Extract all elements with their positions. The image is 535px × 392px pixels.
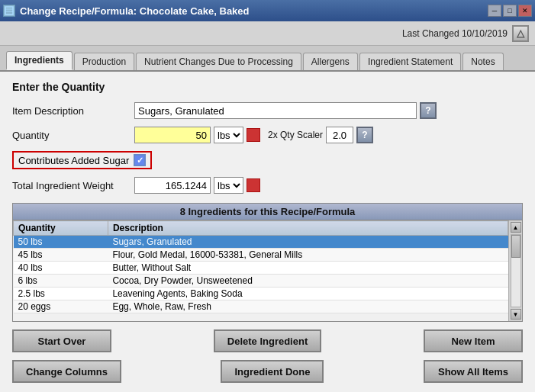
tab-nutrient-changes[interactable]: Nutrient Changes Due to Processing <box>136 53 301 70</box>
item-desc-help-button[interactable]: ? <box>420 102 437 119</box>
window-title: Change Recipe/Formula: Chocolate Cake, B… <box>20 5 250 17</box>
alert-button[interactable]: △ <box>512 25 529 42</box>
row-description: Sugars, Granulated <box>108 236 508 249</box>
item-desc-row: Item Description ? <box>12 102 523 119</box>
row-description: Cocoa, Dry Powder, Unsweetened <box>108 275 508 288</box>
total-weight-unit-select[interactable]: lbs kg oz g <box>214 177 243 194</box>
minimize-button[interactable]: ─ <box>488 5 501 17</box>
total-weight-delete-button[interactable] <box>247 178 260 192</box>
buttons-row-1: Start Over Delete Ingredient New Item <box>12 329 523 352</box>
row-quantity: 45 lbs <box>14 249 108 262</box>
ingredients-table: Quantity Description 50 lbsSugars, Granu… <box>13 220 508 321</box>
ingredients-section: 8 Ingredients for this Recipe/Formula Qu… <box>12 203 523 322</box>
total-weight-row: Total Ingredient Weight lbs kg oz g <box>12 177 523 194</box>
tabs-bar: Ingredients Production Nutrient Changes … <box>0 46 535 72</box>
table-row[interactable]: 40 lbsButter, Without Salt <box>14 262 508 275</box>
tab-ingredient-statement[interactable]: Ingredient Statement <box>359 53 461 70</box>
scroll-up-button[interactable]: ▲ <box>511 222 521 233</box>
show-all-items-button[interactable]: Show All Items <box>424 360 523 383</box>
contributes-label: Contributes Added Sugar <box>18 155 129 166</box>
quantity-unit-select[interactable]: lbs kg oz g <box>214 127 243 143</box>
scaler-label: 2x Qty Scaler <box>268 130 323 140</box>
table-row[interactable]: 6 lbsCocoa, Dry Powder, Unsweetened <box>14 275 508 288</box>
last-changed-label: Last Changed 10/10/2019 <box>402 28 508 39</box>
maximize-button[interactable]: □ <box>503 5 517 17</box>
row-quantity: 2.5 lbs <box>14 288 108 300</box>
ingredient-done-button[interactable]: Ingredient Done <box>221 360 324 383</box>
row-quantity: 50 lbs <box>14 236 108 249</box>
contributes-row: Contributes Added Sugar <box>12 151 152 169</box>
quantity-label: Quantity <box>12 130 134 141</box>
total-weight-input[interactable] <box>134 177 211 194</box>
col-quantity: Quantity <box>14 221 108 236</box>
scroll-track[interactable] <box>511 234 521 307</box>
table-row[interactable]: 45 lbsFlour, Gold Medal, 16000-53381, Ge… <box>14 249 508 262</box>
title-bar-left: Change Recipe/Formula: Chocolate Cake, B… <box>3 5 250 17</box>
header-row: Last Changed 10/10/2019 △ <box>0 21 535 46</box>
row-quantity: 20 eggs <box>14 300 108 313</box>
section-title: Enter the Quantity <box>12 81 523 93</box>
quantity-row: Quantity lbs kg oz g 2x Qty Scaler ? <box>12 127 523 143</box>
app-icon <box>3 5 15 17</box>
svg-rect-0 <box>5 7 13 14</box>
change-columns-button[interactable]: Change Columns <box>12 360 121 383</box>
col-description: Description <box>108 221 508 236</box>
title-bar: Change Recipe/Formula: Chocolate Cake, B… <box>0 0 535 21</box>
item-desc-label: Item Description <box>12 105 134 117</box>
tab-notes[interactable]: Notes <box>462 53 503 70</box>
delete-ingredient-button[interactable]: Delete Ingredient <box>214 329 321 352</box>
scroll-down-button[interactable]: ▼ <box>511 309 521 320</box>
row-description: Leavening Agents, Baking Soda <box>108 288 508 300</box>
scaler-input[interactable] <box>326 127 353 143</box>
table-row[interactable]: 20 eggsEgg, Whole, Raw, Fresh <box>14 300 508 313</box>
scrollbar[interactable]: ▲ ▼ <box>508 220 522 321</box>
main-content: Enter the Quantity Item Description ? Qu… <box>0 72 535 392</box>
new-item-button[interactable]: New Item <box>424 329 523 352</box>
row-quantity: 40 lbs <box>14 262 108 275</box>
table-row[interactable]: 2.5 lbsLeavening Agents, Baking Soda <box>14 288 508 300</box>
quantity-delete-button[interactable] <box>247 128 260 142</box>
tab-production[interactable]: Production <box>74 53 134 70</box>
scaler-help-button[interactable]: ? <box>356 127 373 143</box>
scroll-thumb[interactable] <box>511 235 520 258</box>
start-over-button[interactable]: Start Over <box>12 329 111 352</box>
row-description: Butter, Without Salt <box>108 262 508 275</box>
total-weight-label: Total Ingredient Weight <box>12 180 134 191</box>
table-row[interactable]: 50 lbsSugars, Granulated <box>14 236 508 249</box>
ingredients-table-wrapper: Quantity Description 50 lbsSugars, Granu… <box>13 220 522 321</box>
contributes-checkbox[interactable] <box>134 154 146 166</box>
close-button[interactable]: ✕ <box>518 5 532 17</box>
ingredients-header: 8 Ingredients for this Recipe/Formula <box>13 204 522 220</box>
tab-ingredients[interactable]: Ingredients <box>6 51 73 70</box>
window-controls[interactable]: ─ □ ✕ <box>488 5 532 17</box>
row-quantity: 6 lbs <box>14 275 108 288</box>
buttons-row-2: Change Columns Ingredient Done Show All … <box>12 360 523 383</box>
row-description: Egg, Whole, Raw, Fresh <box>108 300 508 313</box>
item-desc-input[interactable] <box>134 102 417 119</box>
row-description: Flour, Gold Medal, 16000-53381, General … <box>108 249 508 262</box>
tab-allergens[interactable]: Allergens <box>303 53 358 70</box>
quantity-input[interactable] <box>134 127 211 143</box>
